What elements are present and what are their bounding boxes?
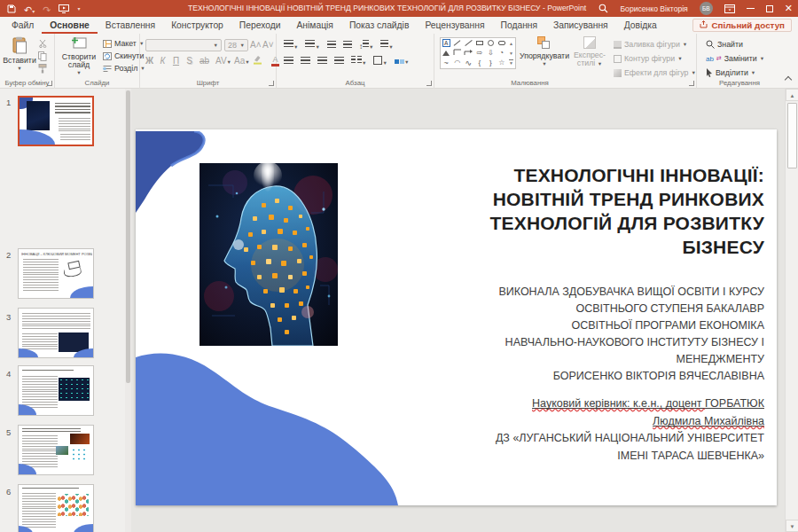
- vertical-scrollbar[interactable]: ▲ ▼: [785, 89, 798, 532]
- section-button[interactable]: Розділ▼: [103, 64, 145, 73]
- text-shadow-button[interactable]: S: [185, 56, 193, 66]
- close-button[interactable]: ✕: [785, 4, 793, 13]
- layout-button[interactable]: Макет▼: [103, 39, 144, 48]
- tab-slideshow[interactable]: Показ слайдів: [341, 17, 417, 34]
- reset-button[interactable]: Скинути: [103, 51, 144, 60]
- shrink-font-button[interactable]: A˅: [262, 40, 273, 50]
- decrease-indent-button[interactable]: [327, 41, 336, 50]
- align-text-button[interactable]: ▼: [373, 56, 387, 66]
- underline-button[interactable]: П: [172, 56, 180, 66]
- shape-oval[interactable]: [488, 40, 494, 46]
- thumbnail-slide-1[interactable]: [18, 96, 94, 146]
- thumbnail-slide-3[interactable]: [18, 308, 94, 358]
- bullets-button[interactable]: ▼: [284, 40, 298, 51]
- increase-indent-button[interactable]: [343, 41, 352, 50]
- shape-line-arrow[interactable]: [465, 40, 472, 46]
- thumbnail-scrollbar[interactable]: [125, 89, 131, 532]
- shape-curve[interactable]: ∿: [465, 59, 472, 67]
- text-direction-button[interactable]: ▼: [380, 40, 393, 51]
- new-slide-button[interactable]: Створити слайд ▼: [59, 36, 99, 75]
- shape-down-arrow[interactable]: ⇩: [488, 49, 494, 57]
- drawing-dialog-launcher[interactable]: [689, 81, 694, 86]
- slide-title-textbox[interactable]: ТЕХНОЛОГІЧНІ ІННОВАЦІЇ: НОВІТНІЙ ТРЕНД Р…: [339, 163, 764, 259]
- scroll-down-arrow[interactable]: ▼: [786, 520, 798, 532]
- select-button[interactable]: Виділити▼: [706, 68, 755, 77]
- italic-button[interactable]: К: [159, 56, 167, 66]
- justify-button[interactable]: [334, 57, 344, 66]
- shape-left-brace[interactable]: {: [478, 59, 481, 66]
- share-button[interactable]: Спільний доступ: [692, 19, 792, 32]
- tab-help[interactable]: Довідка: [616, 17, 665, 34]
- shape-scribble[interactable]: ~: [444, 59, 449, 67]
- shape-arc[interactable]: ◠: [454, 59, 460, 66]
- shape-star[interactable]: ☆: [498, 59, 505, 66]
- scrollbar-thumb[interactable]: [787, 103, 797, 168]
- arrange-button[interactable]: Упорядкувати ▼: [520, 36, 569, 66]
- tab-animations[interactable]: Анімація: [289, 17, 341, 34]
- shape-textbox[interactable]: А: [442, 39, 450, 47]
- minimize-button[interactable]: [747, 8, 755, 9]
- scroll-up-arrow[interactable]: ▲: [786, 89, 798, 101]
- restore-button[interactable]: [766, 5, 773, 12]
- avatar[interactable]: БВ: [700, 2, 713, 15]
- font-dialog-launcher[interactable]: [269, 81, 274, 86]
- character-spacing-button[interactable]: AV▼: [215, 56, 229, 66]
- shape-triangle[interactable]: [442, 51, 450, 56]
- bold-button[interactable]: Ж: [145, 56, 153, 66]
- tab-review[interactable]: Рецензування: [417, 17, 492, 34]
- tab-insert[interactable]: Вставлення: [98, 17, 163, 34]
- thumbnail-slide-4[interactable]: [18, 365, 94, 416]
- grow-font-button[interactable]: A˄: [250, 40, 261, 50]
- change-case-button[interactable]: Aa▼: [234, 56, 247, 66]
- shape-line[interactable]: [454, 40, 461, 45]
- ribbon-display-options-icon[interactable]: [724, 1, 735, 17]
- shape-rectangle[interactable]: [476, 41, 483, 45]
- tab-transitions[interactable]: Переходи: [231, 17, 289, 34]
- tab-file[interactable]: Файл: [4, 17, 42, 34]
- shape-effects-button[interactable]: Ефекти для фігур▼: [614, 68, 696, 77]
- save-icon[interactable]: [7, 4, 16, 13]
- strikethrough-button[interactable]: ab: [199, 56, 210, 66]
- gallery-more[interactable]: ▼: [509, 59, 513, 66]
- columns-button[interactable]: ▼: [351, 56, 366, 66]
- font-size-combo[interactable]: 28▼: [224, 39, 248, 51]
- align-left-button[interactable]: [284, 57, 293, 66]
- font-name-combo[interactable]: ▼: [145, 39, 222, 51]
- start-slideshow-icon[interactable]: [59, 4, 69, 13]
- shapes-gallery[interactable]: А ▲ ⇨ ⇩ ◔ ▼ ~ ◠ ∿ { } ☆ ▼: [440, 37, 516, 69]
- copy-button[interactable]: [38, 51, 47, 61]
- search-icon[interactable]: [598, 1, 608, 17]
- gallery-scroll-down[interactable]: ▼: [509, 51, 513, 56]
- shape-elbow-connector[interactable]: [453, 48, 462, 58]
- shape-right-arrow[interactable]: ⇨: [476, 49, 482, 57]
- collapse-ribbon-button[interactable]: [785, 76, 792, 83]
- clipboard-dialog-launcher[interactable]: [47, 81, 52, 86]
- tab-design[interactable]: Конструктор: [163, 17, 231, 34]
- tab-view[interactable]: Подання: [493, 17, 546, 34]
- user-name[interactable]: Борисенко Вікторія: [620, 4, 687, 13]
- cut-button[interactable]: [38, 39, 48, 48]
- shape-elbow-arrow-connector[interactable]: [464, 48, 473, 58]
- shape-block-arc[interactable]: ◔: [499, 49, 504, 57]
- format-painter-button[interactable]: [38, 64, 47, 74]
- shape-rounded-rectangle[interactable]: [498, 41, 505, 45]
- shape-fill-button[interactable]: Заливка фігури▼: [614, 40, 687, 49]
- smartart-convert-button[interactable]: ▼: [395, 57, 409, 66]
- line-spacing-button[interactable]: ↕▼: [359, 40, 373, 51]
- align-center-button[interactable]: [301, 57, 310, 66]
- current-slide[interactable]: ТЕХНОЛОГІЧНІ ІННОВАЦІЇ: НОВІТНІЙ ТРЕНД Р…: [136, 129, 777, 505]
- numbering-button[interactable]: ▼: [305, 40, 319, 51]
- thumbnail-slide-6[interactable]: [18, 484, 94, 532]
- customize-qat-icon[interactable]: ▾: [77, 6, 80, 12]
- paste-button[interactable]: Вставити ▼: [4, 36, 35, 71]
- find-button[interactable]: Знайти: [706, 40, 743, 49]
- shape-outline-button[interactable]: Контур фігури▼: [614, 54, 683, 63]
- gallery-scroll-up[interactable]: ▲: [509, 41, 513, 46]
- tab-record[interactable]: Записування: [545, 17, 616, 34]
- shape-right-brace[interactable]: }: [489, 59, 492, 66]
- redo-button[interactable]: ↷: [43, 1, 51, 17]
- thumbnail-slide-2[interactable]: ІННОВАЦІЇ – КЛЮЧОВИЙ МОМЕНТ РОЗВИТКУ БІЗ…: [18, 248, 94, 299]
- undo-button[interactable]: ↶▾: [24, 1, 35, 17]
- replace-button[interactable]: ab⇄Замінити▼: [706, 54, 764, 63]
- thumbnail-slide-5[interactable]: [18, 425, 94, 475]
